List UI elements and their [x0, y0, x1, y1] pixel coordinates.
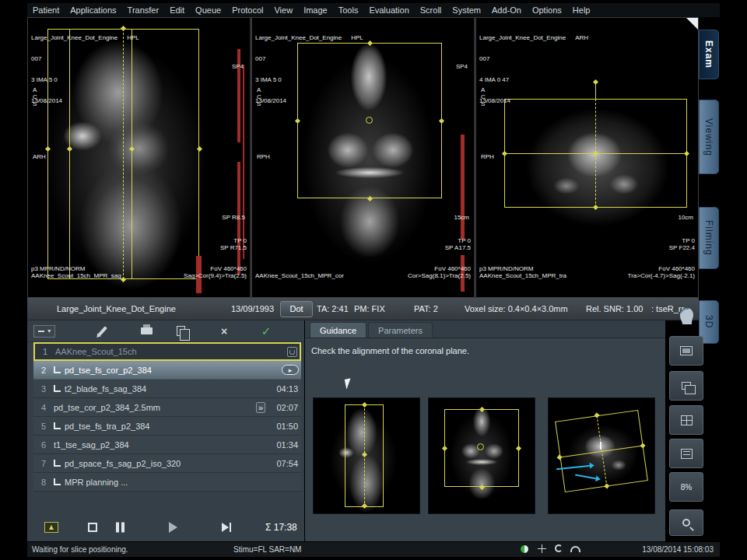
image-date: 13/08/2014	[479, 97, 588, 104]
head-icon	[676, 306, 696, 326]
tab-parameters[interactable]: Parameters	[368, 322, 433, 338]
measurement-controls: Σ 17:38	[27, 515, 304, 540]
patient-id: 007	[479, 55, 588, 62]
sequence-icon	[54, 460, 61, 467]
search-icon	[682, 519, 690, 527]
percent-button[interactable]: 8%	[669, 472, 703, 502]
crosshair-icon[interactable]	[538, 544, 546, 553]
orientation-label: HPL	[127, 34, 139, 41]
dot-button[interactable]: Dot	[280, 301, 313, 317]
menu-item-protocol[interactable]: Protocol	[226, 5, 268, 15]
edit-icon[interactable]	[93, 323, 113, 340]
apply-check-icon[interactable]: ✓	[256, 323, 276, 340]
queue-row-7[interactable]: 7 pd_space_fs_sag_p2_iso_320 07:54	[33, 454, 301, 473]
sequence-queue-panel: ▾ × ✓ 1 AAKnee_Scout_15ch 2 pd_tse_fs_co…	[27, 320, 304, 541]
orientation-marker: RPH	[257, 153, 270, 160]
menu-item-system[interactable]: System	[447, 5, 486, 15]
total-time: Σ 17:38	[265, 522, 297, 533]
image-frame-icon	[680, 346, 693, 355]
scale-label: 10cm	[678, 214, 693, 221]
queue-row-1[interactable]: 1 AAKnee_Scout_15ch	[33, 342, 301, 361]
guidance-thumb-axial[interactable]	[548, 397, 655, 514]
guidance-thumb-coronal[interactable]	[428, 397, 535, 514]
queue-row-6[interactable]: 6 t1_tse_sag_p2_384 01:34	[33, 436, 301, 454]
menu-item-scroll[interactable]: Scroll	[415, 5, 447, 15]
image-gallery-button[interactable]	[669, 336, 703, 366]
sequence-icon	[54, 478, 61, 485]
tab-filming[interactable]: Filming	[699, 207, 719, 269]
orientation-marker: A C S	[33, 86, 37, 107]
tab-viewing[interactable]: Viewing	[699, 100, 719, 174]
coil-icon[interactable]	[555, 544, 563, 552]
viewport-header: Large_Joint_Knee_Dot_EngineHPL 007 3 IMA…	[31, 20, 139, 118]
image-number: 4 IMA 0 47	[479, 76, 588, 83]
percent-icon: 8%	[681, 483, 692, 492]
status-message: Waiting for slice positioning.	[32, 545, 128, 554]
orientation-marker: ARH	[33, 153, 46, 160]
pause-button[interactable]	[116, 523, 124, 533]
center-marker-icon[interactable]	[366, 117, 373, 124]
close-icon[interactable]: ×	[214, 323, 234, 340]
patient-registration-icon[interactable]	[669, 302, 703, 330]
menu-item-image[interactable]: Image	[298, 5, 333, 15]
menu-item-options[interactable]: Options	[527, 5, 567, 15]
patient-birthdate: 13/09/1993	[231, 304, 274, 313]
menu-item-tools[interactable]: Tools	[333, 5, 364, 15]
queue-row-5[interactable]: 5 pd_tse_fs_tra_p2_384 01:50	[33, 417, 301, 436]
tab-exam[interactable]: Exam	[699, 30, 719, 79]
headphones-icon[interactable]	[570, 546, 580, 552]
menu-item-evaluation[interactable]: Evaluation	[363, 5, 414, 15]
center-marker-icon	[477, 443, 484, 450]
guidance-thumb-sagittal[interactable]	[313, 397, 420, 514]
layout-grid-button[interactable]	[669, 405, 703, 435]
menu-item-patient[interactable]: Patient	[27, 5, 65, 15]
guidance-body: Check the alignment of the coronal plane…	[305, 338, 665, 541]
guidance-panel: Guidance Parameters Check the alignment …	[305, 320, 665, 541]
table-position-icon[interactable]	[520, 544, 529, 554]
corner-fold-icon[interactable]	[686, 18, 698, 30]
program-name: Large_Joint_Knee_Dot_Engine	[57, 304, 176, 313]
copy-icon[interactable]	[170, 323, 191, 340]
magnifier-button[interactable]	[669, 509, 703, 536]
geometry-annotation: TP 0SP F22.4 FoV 460*460Tra>Cor(-4.7)>Sa…	[628, 223, 695, 293]
menu-item-transfer[interactable]: Transfer	[122, 5, 165, 15]
orientation-label: ARH	[575, 34, 588, 41]
print-icon[interactable]	[136, 323, 156, 340]
mouse-cursor-icon	[345, 378, 353, 389]
load-icon[interactable]	[44, 522, 58, 533]
pat-value: PAT: 2	[414, 304, 438, 313]
guidance-tabs: Guidance Parameters	[310, 322, 433, 338]
menu-item-addon[interactable]: Add-On	[486, 5, 527, 15]
series-stack-button[interactable]	[669, 371, 703, 401]
menu-item-queue[interactable]: Queue	[190, 5, 226, 15]
queue-row-4[interactable]: 4 pd_tse_cor_p2_384_2.5mm » 02:07	[33, 398, 301, 417]
queue-row-8[interactable]: 8 MPR planning ...	[33, 473, 301, 492]
menu-item-applications[interactable]: Applications	[65, 5, 121, 15]
viewport-coronal[interactable]: Large_Joint_Knee_Dot_EngineHPL 007 3 IMA…	[251, 17, 475, 298]
scale-label: 15cm	[454, 214, 469, 221]
auto-run-icon[interactable]: »	[256, 402, 265, 413]
viewport-sagittal[interactable]: Large_Joint_Knee_Dot_EngineHPL 007 3 IMA…	[27, 17, 251, 298]
stop-button[interactable]	[88, 523, 97, 532]
repeat-measurement-icon[interactable]	[287, 347, 297, 357]
next-measurement-icon[interactable]: ▸	[282, 365, 299, 375]
queue-row-2[interactable]: 2 pd_tse_fs_cor_p2_384 ▸	[33, 361, 301, 380]
viewport-axial[interactable]: Large_Joint_Knee_Dot_EngineARH 007 4 IMA…	[475, 17, 699, 298]
tab-guidance[interactable]: Guidance	[310, 322, 366, 338]
queue-row-3[interactable]: 3 t2_blade_fs_sag_384 04:13	[33, 380, 301, 398]
skip-button[interactable]	[222, 523, 231, 532]
play-button[interactable]	[169, 522, 177, 533]
menu-item-edit[interactable]: Edit	[164, 5, 190, 15]
guidance-instruction: Check the alignment of the coronal plane…	[311, 346, 469, 355]
stimulation-status: Stimu=FL SAR=NM	[233, 545, 301, 554]
status-bar: Waiting for slice positioning. Stimu=FL …	[27, 542, 720, 557]
menu-item-view[interactable]: View	[268, 5, 298, 15]
menu-item-help[interactable]: Help	[567, 5, 596, 15]
orientation-marker: RPH	[481, 153, 494, 160]
orientation-marker: A C S	[481, 86, 486, 107]
grid-icon	[681, 415, 693, 425]
view-dropdown[interactable]: ▾	[33, 323, 55, 340]
queue-rows: 1 AAKnee_Scout_15ch 2 pd_tse_fs_cor_p2_3…	[33, 342, 301, 492]
voxel-size: Voxel size: 0.4×0.4×3.0mm	[465, 304, 568, 313]
protocol-card-button[interactable]	[669, 439, 703, 468]
